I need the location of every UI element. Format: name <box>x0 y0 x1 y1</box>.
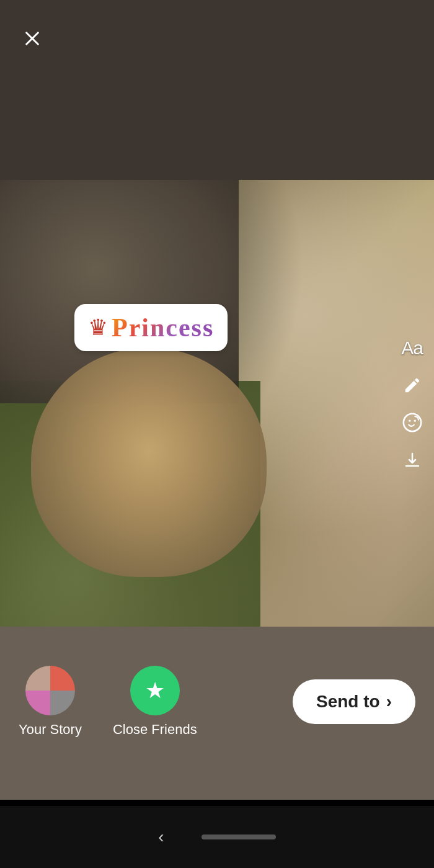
close-friends-button[interactable]: ★ Close Friends <box>113 666 197 738</box>
svg-point-3 <box>409 419 410 421</box>
close-friends-circle: ★ <box>130 666 180 715</box>
sticker-tool-button[interactable] <box>402 412 423 433</box>
princess-sticker[interactable]: ♛ Princess <box>74 304 228 351</box>
bottom-area: Your Story ★ Close Friends Send to › <box>0 627 434 800</box>
right-tools: Aa <box>401 338 423 469</box>
cat-face <box>31 347 267 577</box>
image-area: ♛ Princess Aa <box>0 180 434 627</box>
avatar-q3 <box>25 691 50 715</box>
your-story-button[interactable]: Your Story <box>19 666 82 738</box>
close-friends-label: Close Friends <box>113 722 197 738</box>
draw-tool-button[interactable] <box>403 376 422 395</box>
send-chevron-icon: › <box>386 692 392 712</box>
download-button[interactable] <box>403 450 422 469</box>
svg-point-4 <box>414 419 415 421</box>
close-button[interactable] <box>19 25 46 52</box>
avatar-q4 <box>50 691 75 715</box>
download-arrow-icon <box>403 450 422 469</box>
cat-photo <box>0 180 434 627</box>
top-bar <box>0 0 434 180</box>
home-indicator[interactable] <box>202 834 276 839</box>
send-to-button[interactable]: Send to › <box>293 679 415 724</box>
text-tool-button[interactable]: Aa <box>401 338 423 359</box>
nav-bar: ‹ <box>0 806 434 868</box>
your-story-label: Your Story <box>19 722 82 738</box>
princess-text: Princess <box>112 313 214 342</box>
avatar-q2 <box>50 666 75 691</box>
svg-point-2 <box>403 414 420 431</box>
avatar-q1 <box>25 666 50 691</box>
share-row: Your Story ★ Close Friends Send to › <box>0 666 434 738</box>
star-icon: ★ <box>145 678 165 704</box>
send-to-label: Send to <box>316 692 380 712</box>
crown-icon: ♛ <box>88 315 108 341</box>
story-avatar <box>25 666 75 715</box>
back-button[interactable]: ‹ <box>158 827 164 847</box>
